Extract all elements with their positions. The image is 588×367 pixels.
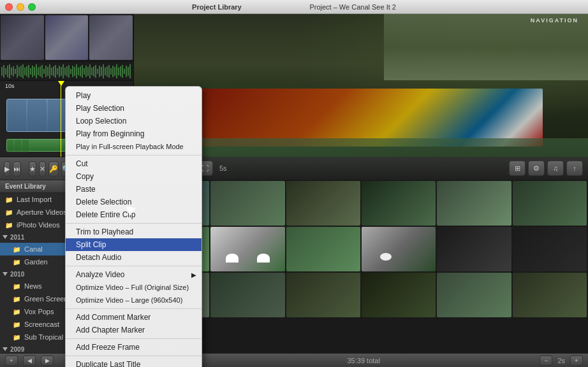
navigation-sign: NAVIGATION (531, 17, 578, 24)
ctx-optimize-full[interactable]: Optimize Video – Full (Original Size) (66, 281, 202, 294)
sub-tropical-icon: 📁 (13, 334, 22, 340)
window-controls (5, 3, 36, 11)
film-cell[interactable] (210, 181, 284, 226)
star-button[interactable]: ★ (29, 161, 36, 176)
ctx-trim-to-playhead[interactable]: Trim to Playhead (66, 226, 202, 238)
svg-rect-35 (68, 65, 70, 78)
ctx-sep-6 (66, 356, 202, 356)
project-thumbnails (0, 14, 133, 62)
svg-rect-67 (129, 64, 131, 78)
svg-rect-56 (108, 65, 110, 78)
maximize-button[interactable] (28, 3, 36, 11)
svg-rect-57 (110, 68, 112, 75)
film-cell[interactable] (362, 227, 436, 271)
svg-rect-10 (20, 66, 22, 77)
thumbnail-0[interactable] (1, 15, 44, 60)
svg-rect-9 (18, 67, 20, 76)
film-cell[interactable] (286, 273, 360, 317)
film-cell[interactable] (362, 181, 436, 226)
preview-crop[interactable]: ⊞ (509, 161, 526, 176)
svg-rect-54 (105, 68, 106, 75)
svg-rect-65 (126, 66, 127, 77)
svg-rect-51 (99, 66, 100, 77)
ctx-play-from-beginning[interactable]: Play from Beginning (66, 127, 202, 140)
zoom-in[interactable]: + (570, 356, 583, 366)
svg-rect-3 (7, 66, 8, 77)
forward-button[interactable]: ▶ (41, 356, 54, 366)
ctx-detach-audio[interactable]: Detach Audio (66, 251, 202, 264)
film-cell[interactable] (513, 181, 587, 226)
svg-rect-32 (62, 64, 64, 78)
svg-rect-74 (7, 140, 13, 152)
back-button[interactable]: ◀ (23, 356, 36, 366)
svg-rect-43 (84, 68, 85, 75)
ctx-analyze-video[interactable]: Analyze Video▶ (66, 268, 202, 281)
ctx-play[interactable]: Play (66, 89, 202, 102)
ctx-play-selection[interactable]: Play Selection (66, 102, 202, 115)
zoom-level: 2s (557, 357, 565, 364)
svg-rect-45 (87, 67, 89, 76)
preview-audio[interactable]: ♫ (547, 161, 564, 176)
film-cell[interactable] (286, 227, 360, 271)
svg-rect-68 (7, 99, 26, 132)
ctx-loop-selection[interactable]: Loop Selection (66, 115, 202, 127)
preview-time: 5s (219, 164, 227, 172)
thumbnail-2[interactable] (89, 15, 133, 60)
ctx-cut[interactable]: Cut (66, 157, 202, 170)
vox-pops-icon: 📁 (13, 308, 22, 315)
svg-rect-49 (95, 65, 96, 78)
ctx-sep-1 (66, 155, 202, 155)
svg-rect-16 (32, 66, 33, 77)
ctx-play-fullscreen[interactable]: Play in Full-screen Playback Mode (66, 140, 202, 153)
x-button[interactable]: ✕ (39, 161, 46, 176)
ctx-copy[interactable]: Copy (66, 170, 202, 183)
film-cell[interactable] (362, 273, 436, 317)
svg-rect-0 (1, 67, 3, 76)
news-icon: 📁 (13, 283, 22, 289)
minimize-button[interactable] (17, 3, 24, 11)
film-cell[interactable] (286, 181, 360, 226)
svg-rect-42 (82, 65, 83, 78)
ctx-paste[interactable]: Paste (66, 183, 202, 196)
close-button[interactable] (5, 3, 13, 11)
preview-color[interactable]: ⚙ (528, 161, 545, 176)
key-button[interactable]: 🔑 (48, 161, 59, 176)
svg-rect-50 (97, 69, 98, 74)
playhead (61, 81, 61, 157)
ctx-add-comment-marker[interactable]: Add Comment Marker (66, 311, 202, 324)
ctx-add-freeze-frame[interactable]: Add Freeze Frame (66, 341, 202, 354)
film-cell[interactable] (437, 181, 511, 226)
skip-button[interactable]: ⏭ (13, 161, 21, 176)
svg-rect-61 (118, 68, 119, 75)
ctx-sep-4 (66, 308, 202, 309)
svg-rect-63 (122, 65, 123, 78)
svg-rect-75 (15, 140, 21, 152)
svg-rect-5 (11, 68, 12, 75)
svg-rect-40 (78, 68, 79, 75)
svg-rect-2 (5, 68, 6, 75)
ctx-sep-3 (66, 266, 202, 266)
ctx-optimize-large[interactable]: Optimize Video – Large (960x540) (66, 294, 202, 306)
svg-rect-46 (89, 64, 91, 78)
film-cell[interactable] (210, 273, 284, 317)
svg-rect-26 (51, 68, 52, 75)
film-cell[interactable] (437, 273, 511, 317)
film-cell[interactable] (437, 227, 511, 271)
aperture-icon: 📁 (5, 209, 14, 215)
svg-rect-28 (55, 65, 56, 78)
play-button[interactable]: ▶ (4, 161, 10, 176)
svg-rect-12 (24, 68, 26, 75)
ctx-split-clip[interactable]: Split Clip (66, 238, 202, 251)
film-cell[interactable] (210, 227, 284, 271)
add-button[interactable]: + (5, 356, 18, 366)
film-cell[interactable] (513, 273, 587, 317)
film-cell[interactable] (513, 227, 587, 271)
ctx-add-chapter-marker[interactable]: Add Chapter Marker (66, 324, 202, 336)
svg-rect-13 (26, 66, 27, 76)
submenu-arrow: ▶ (191, 271, 196, 278)
ctx-duplicate-last-title[interactable]: Duplicate Last Title (66, 358, 202, 367)
thumbnail-1[interactable] (45, 15, 89, 60)
svg-rect-11 (22, 64, 24, 78)
preview-share[interactable]: ↑ (566, 161, 583, 176)
zoom-out[interactable]: − (540, 356, 552, 366)
